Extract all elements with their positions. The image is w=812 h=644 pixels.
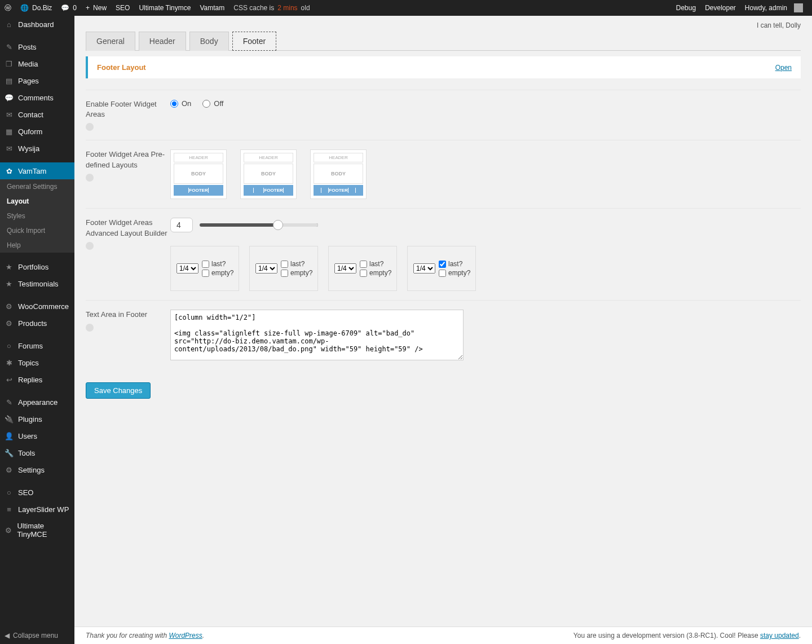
builder-label: Footer Widget Areas Advanced Layout Buil… <box>86 218 170 291</box>
area-width-select[interactable]: 1/4 <box>413 263 435 274</box>
area-width-select[interactable]: 1/4 <box>176 263 198 274</box>
predefined-label: Footer Widget Area Pre-defined Layouts <box>86 149 170 199</box>
area-width-select[interactable]: 1/4 <box>334 263 356 274</box>
hello-dolly: I can tell, Dolly <box>86 21 801 29</box>
ab-vamtam[interactable]: Vamtam <box>195 0 229 16</box>
footer-layout-panel: Footer Layout Open <box>86 56 801 78</box>
menu-topics[interactable]: ✱Topics <box>0 354 74 371</box>
last-checkbox[interactable]: last? <box>439 260 470 268</box>
last-checkbox[interactable]: last? <box>202 260 233 268</box>
slider-value: 4 <box>170 218 193 232</box>
textarea-label: Text Area in Footer <box>86 310 170 362</box>
menu-icon: ✉ <box>5 144 14 153</box>
empty-checkbox[interactable]: empty? <box>439 269 470 277</box>
empty-checkbox[interactable]: empty? <box>202 269 233 277</box>
my-account[interactable]: Howdy, admin <box>740 0 807 16</box>
menu-testimonials[interactable]: ★Testimonials <box>0 275 74 292</box>
footer-area-4: 1/4last?empty? <box>407 246 476 291</box>
submenu-layout[interactable]: Layout <box>0 194 74 209</box>
menu-icon: 💬 <box>5 93 14 102</box>
tab-body[interactable]: Body <box>189 32 229 51</box>
menu-wysija[interactable]: ✉Wysija <box>0 140 74 157</box>
enable-footer-label: Enable Footer Widget Areas <box>86 99 170 131</box>
content: I can tell, Dolly GeneralHeaderBodyFoote… <box>74 0 812 421</box>
menu-icon: ○ <box>5 341 14 350</box>
help-icon[interactable] <box>86 242 94 250</box>
avatar <box>794 3 803 12</box>
menu-icon: ✱ <box>5 358 14 367</box>
empty-checkbox[interactable]: empty? <box>360 269 391 277</box>
wordpress-icon: ⓦ <box>5 3 11 13</box>
ab-tinymce[interactable]: Ultimate Tinymce <box>134 0 195 16</box>
menu-icon: ▦ <box>5 127 14 136</box>
footer-area-2: 1/4last?empty? <box>249 246 318 291</box>
area-width-select[interactable]: 1/4 <box>255 263 277 274</box>
save-button[interactable]: Save Changes <box>86 382 151 399</box>
submenu-quick-import[interactable]: Quick Import <box>0 223 74 238</box>
last-checkbox[interactable]: last? <box>360 260 391 268</box>
new-content[interactable]: +New <box>81 0 111 16</box>
menu-icon: 🔌 <box>5 414 14 421</box>
menu-dashboard[interactable]: ⌂Dashboard <box>0 16 74 33</box>
menu-forums[interactable]: ○Forums <box>0 337 74 354</box>
menu-pages[interactable]: ▤Pages <box>0 72 74 89</box>
menu-posts[interactable]: ✎Posts <box>0 38 74 55</box>
menu-media[interactable]: ❐Media <box>0 55 74 72</box>
menu-icon: ★ <box>5 279 14 288</box>
wp-logo[interactable]: ⓦ <box>0 0 16 16</box>
menu-quform[interactable]: ▦Quform <box>0 123 74 140</box>
tab-header[interactable]: Header <box>139 32 186 51</box>
admin-bar: ⓦ 🌐Do.Biz 💬0 +New SEO Ultimate Tinymce V… <box>0 0 812 16</box>
cache-status: CSS cache is 2 mins old <box>229 0 314 16</box>
comment-icon: 💬 <box>61 4 69 12</box>
menu-plugins[interactable]: 🔌Plugins <box>0 411 74 421</box>
ab-seo[interactable]: SEO <box>111 0 134 16</box>
enable-on-radio[interactable]: On <box>170 99 191 108</box>
help-icon[interactable] <box>86 324 94 332</box>
menu-icon: ✉ <box>5 110 14 119</box>
developer-link[interactable]: Developer <box>700 0 740 16</box>
submenu-help[interactable]: Help <box>0 238 74 253</box>
footer-area-1: 1/4last?empty? <box>170 246 239 291</box>
tab-footer[interactable]: Footer <box>232 32 276 51</box>
menu-appearance[interactable]: ✎Appearance <box>0 394 74 411</box>
menu-woocommerce[interactable]: ⚙WooCommerce <box>0 298 74 315</box>
last-checkbox[interactable]: last? <box>281 260 312 268</box>
layout-preset-4[interactable]: HEADERBODYFOOTER <box>240 149 297 199</box>
menu-vamtam[interactable]: ✿VamTam <box>0 162 74 179</box>
layout-preset-3[interactable]: HEADERBODYFOOTER <box>170 149 227 199</box>
debug-link[interactable]: Debug <box>672 0 700 16</box>
footer-area-3: 1/4last?empty? <box>328 246 397 291</box>
tab-general[interactable]: General <box>86 32 135 51</box>
help-icon[interactable] <box>86 174 94 182</box>
menu-replies[interactable]: ↩Replies <box>0 371 74 388</box>
menu-icon: ⌂ <box>5 20 14 29</box>
submenu-styles[interactable]: Styles <box>0 209 74 223</box>
admin-sidebar: ⌂Dashboard✎Posts❐Media▤Pages💬Comments✉Co… <box>0 16 74 421</box>
comments-link[interactable]: 💬0 <box>56 0 81 16</box>
menu-contact[interactable]: ✉Contact <box>0 106 74 123</box>
submenu-general-settings[interactable]: General Settings <box>0 179 74 194</box>
panel-open-link[interactable]: Open <box>775 64 792 72</box>
site-name[interactable]: 🌐Do.Biz <box>16 0 56 16</box>
menu-icon: ❐ <box>5 59 14 68</box>
menu-icon: ✎ <box>5 398 14 407</box>
empty-checkbox[interactable]: empty? <box>281 269 312 277</box>
help-icon[interactable] <box>86 123 94 131</box>
menu-portfolios[interactable]: ★Portfolios <box>0 258 74 275</box>
menu-comments[interactable]: 💬Comments <box>0 89 74 106</box>
menu-icon: ↩ <box>5 375 14 384</box>
areas-slider[interactable] <box>200 223 318 227</box>
enable-off-radio[interactable]: Off <box>202 99 223 108</box>
plus-icon: + <box>86 4 90 12</box>
menu-icon: ★ <box>5 262 14 271</box>
menu-icon: ⚙ <box>5 302 14 311</box>
menu-icon: ▤ <box>5 76 14 85</box>
home-icon: 🌐 <box>20 4 29 12</box>
menu-products[interactable]: ⚙Products <box>0 315 74 332</box>
menu-icon: ✿ <box>5 166 14 175</box>
slider-handle[interactable] <box>273 220 283 230</box>
menu-icon: ⚙ <box>5 319 14 328</box>
layout-preset-5[interactable]: HEADERBODYFOOTER <box>310 149 367 199</box>
footer-text-area[interactable] <box>170 310 464 360</box>
